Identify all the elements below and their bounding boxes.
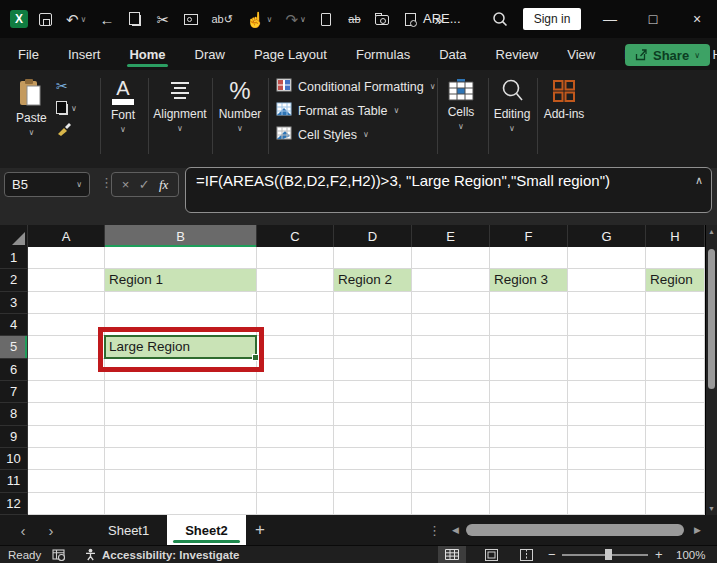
- cell-B2[interactable]: Region 1: [105, 269, 257, 291]
- cell-G7[interactable]: [568, 381, 646, 403]
- camera-icon[interactable]: [375, 13, 390, 25]
- column-header-C[interactable]: C: [257, 225, 334, 247]
- cell-H6[interactable]: [646, 359, 705, 381]
- cell-A6[interactable]: [28, 359, 105, 381]
- alignment-button[interactable]: Alignment ∨: [152, 78, 208, 133]
- sheet-tab-sheet2[interactable]: Sheet2: [167, 515, 246, 545]
- cell-B7[interactable]: [105, 381, 257, 403]
- macro-record-button[interactable]: [52, 546, 66, 563]
- cell-C2[interactable]: [257, 269, 334, 291]
- cell-B1[interactable]: [105, 247, 257, 269]
- print-preview-icon[interactable]: [403, 13, 418, 26]
- horizontal-scrollbar-thumb[interactable]: [466, 524, 684, 536]
- format-as-table-button[interactable]: Format as Table∨: [276, 102, 436, 119]
- cell-C3[interactable]: [257, 292, 334, 314]
- cell-F2[interactable]: Region 3: [490, 269, 568, 291]
- cell-F8[interactable]: [490, 403, 568, 425]
- font-button[interactable]: A Font ∨: [106, 78, 140, 134]
- scrollbar-resize-handle[interactable]: ⋮: [428, 515, 441, 545]
- conditional-formatting-button[interactable]: Conditional Formatting∨: [276, 78, 436, 95]
- cell-G2[interactable]: [568, 269, 646, 291]
- tab-insert[interactable]: Insert: [66, 40, 103, 69]
- insert-function-icon[interactable]: fx: [159, 177, 168, 193]
- cell-H8[interactable]: [646, 403, 705, 425]
- cell-G4[interactable]: [568, 314, 646, 336]
- cell-H2[interactable]: Region: [646, 269, 705, 291]
- cell-D5[interactable]: [334, 336, 412, 358]
- cell-A5[interactable]: [28, 336, 105, 358]
- row-header-10[interactable]: 10: [0, 448, 28, 470]
- cell-B5[interactable]: Large Region: [105, 336, 257, 358]
- maximize-button[interactable]: □: [636, 0, 670, 38]
- cell-F1[interactable]: [490, 247, 568, 269]
- minimize-button[interactable]: —: [593, 0, 627, 38]
- vertical-scrollbar[interactable]: ▲ ▼: [705, 225, 717, 515]
- previous-sheet-button[interactable]: ‹: [12, 515, 34, 545]
- cell-G3[interactable]: [568, 292, 646, 314]
- cell-B4[interactable]: [105, 314, 257, 336]
- tab-review[interactable]: Review: [494, 40, 541, 69]
- page-layout-view-button[interactable]: [477, 546, 505, 563]
- new-sheet-button[interactable]: +: [248, 515, 272, 545]
- cell-D11[interactable]: [334, 470, 412, 492]
- cells-button[interactable]: Cells ∨: [440, 78, 482, 131]
- cell-F3[interactable]: [490, 292, 568, 314]
- editing-button[interactable]: Editing ∨: [488, 78, 536, 133]
- cell-C8[interactable]: [257, 403, 334, 425]
- column-header-H[interactable]: H: [646, 225, 705, 247]
- cell-D9[interactable]: [334, 426, 412, 448]
- cell-E4[interactable]: [412, 314, 490, 336]
- cell-H3[interactable]: [646, 292, 705, 314]
- cell-D10[interactable]: [334, 448, 412, 470]
- row-header-2[interactable]: 2: [0, 269, 28, 291]
- cell-A8[interactable]: [28, 403, 105, 425]
- column-header-G[interactable]: G: [568, 225, 646, 247]
- cell-C12[interactable]: [257, 493, 334, 515]
- cell-G6[interactable]: [568, 359, 646, 381]
- cell-D12[interactable]: [334, 493, 412, 515]
- zoom-level[interactable]: 100%: [676, 546, 705, 563]
- cell-E12[interactable]: [412, 493, 490, 515]
- cell-D4[interactable]: [334, 314, 412, 336]
- column-header-E[interactable]: E: [412, 225, 490, 247]
- cell-G10[interactable]: [568, 448, 646, 470]
- tab-draw[interactable]: Draw: [193, 40, 227, 69]
- cell-E3[interactable]: [412, 292, 490, 314]
- find-replace-icon[interactable]: ab↺: [211, 14, 232, 25]
- formula-input[interactable]: =IF(AREAS((B2,D2,F2,H2))>3, "Large Regio…: [185, 167, 712, 213]
- save-icon[interactable]: [38, 13, 53, 26]
- tab-help[interactable]: Help: [710, 40, 717, 69]
- cell-F12[interactable]: [490, 493, 568, 515]
- name-box[interactable]: B5 ∨: [4, 172, 90, 197]
- cell-E1[interactable]: [412, 247, 490, 269]
- zoom-slider-thumb[interactable]: [605, 549, 612, 560]
- cell-B8[interactable]: [105, 403, 257, 425]
- cell-H9[interactable]: [646, 426, 705, 448]
- cell-C10[interactable]: [257, 448, 334, 470]
- share-button[interactable]: Share ∨: [625, 44, 710, 66]
- cell-H11[interactable]: [646, 470, 705, 492]
- tab-page-layout[interactable]: Page Layout: [252, 40, 329, 69]
- row-header-8[interactable]: 8: [0, 403, 28, 425]
- cell-F6[interactable]: [490, 359, 568, 381]
- cell-G9[interactable]: [568, 426, 646, 448]
- cell-E5[interactable]: [412, 336, 490, 358]
- next-sheet-button[interactable]: ›: [40, 515, 62, 545]
- cell-E2[interactable]: [412, 269, 490, 291]
- picture-paste-icon[interactable]: [183, 14, 198, 25]
- cancel-icon[interactable]: ×: [122, 177, 130, 192]
- cell-F11[interactable]: [490, 470, 568, 492]
- back-icon[interactable]: ←: [99, 12, 114, 27]
- vertical-scrollbar-thumb[interactable]: [708, 249, 715, 389]
- cell-F7[interactable]: [490, 381, 568, 403]
- cell-B6[interactable]: [105, 359, 257, 381]
- cell-B3[interactable]: [105, 292, 257, 314]
- cell-F9[interactable]: [490, 426, 568, 448]
- select-all-corner[interactable]: [0, 225, 28, 247]
- format-painter-button[interactable]: [56, 122, 72, 136]
- cell-E6[interactable]: [412, 359, 490, 381]
- cell-A3[interactable]: [28, 292, 105, 314]
- cell-D1[interactable]: [334, 247, 412, 269]
- cell-D8[interactable]: [334, 403, 412, 425]
- column-header-F[interactable]: F: [490, 225, 568, 247]
